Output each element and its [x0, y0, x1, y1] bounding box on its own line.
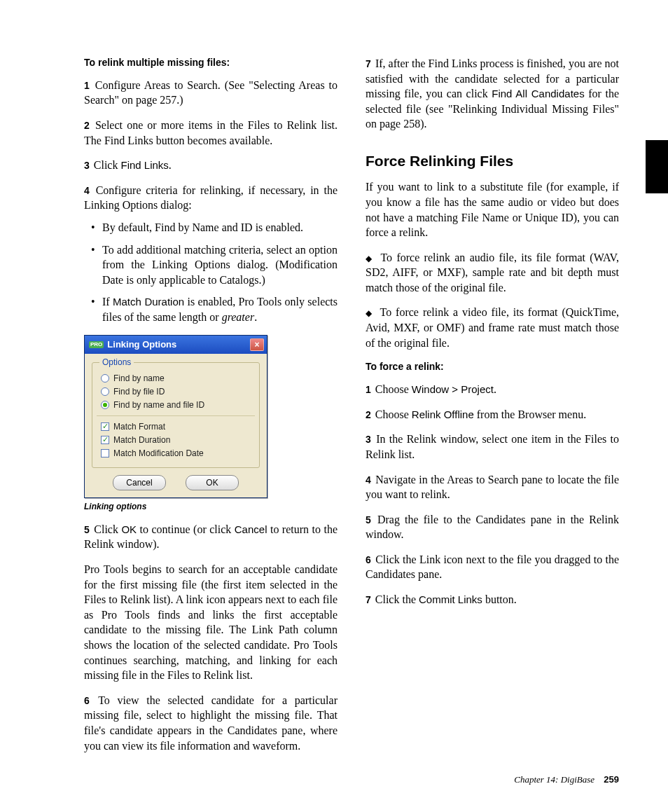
step-text: To view the selected candidate for a par…	[84, 694, 338, 752]
step-text: .	[169, 159, 172, 171]
radio-find-by-name[interactable]: Find by name	[101, 373, 251, 383]
dialog-titlebar: PRO Linking Options ×	[85, 336, 267, 354]
step-text: Drag the file to the Candidates pane in …	[366, 514, 619, 541]
app-icon: PRO	[89, 341, 104, 348]
ui-label: Commit Links	[419, 593, 482, 605]
step-4: 4 Configure criteria for relinking, if n…	[84, 183, 338, 213]
dialog-title: Linking Options	[107, 339, 176, 350]
ui-label: Relink Offline	[412, 408, 474, 420]
procedure-heading: To relink multiple missing files:	[84, 56, 338, 69]
step-number: 3	[84, 160, 90, 171]
page-footer: Chapter 14: DigiBase 259	[514, 774, 619, 785]
force-step-4: 4 Navigate in the Areas to Search pane t…	[366, 472, 619, 502]
group-legend: Options	[99, 357, 134, 367]
diamond-icon: ◆	[366, 308, 373, 318]
step-number: 4	[366, 474, 371, 486]
ui-label: Window > Project	[412, 383, 494, 395]
radio-find-by-name-and-id[interactable]: Find by name and file ID	[101, 400, 251, 410]
step-number: 5	[84, 524, 90, 535]
step-number: 1	[84, 80, 90, 91]
page-number: 259	[604, 774, 619, 785]
step-number: 1	[366, 384, 371, 395]
radio-label: Find by file ID	[113, 387, 165, 397]
step-1: 1 Configure Areas to Search. (See "Selec…	[84, 78, 338, 108]
force-step-7: 7 Click the Commit Links button.	[366, 592, 619, 607]
dialog-figure: PRO Linking Options × Options Find by na…	[84, 335, 338, 512]
text-columns: To relink multiple missing files: 1 Conf…	[84, 56, 619, 757]
cancel-button[interactable]: Cancel	[113, 475, 166, 490]
step-2: 2 Select one or more items in the Files …	[84, 118, 338, 148]
ok-button[interactable]: OK	[186, 475, 239, 490]
checkbox-label: Match Duration	[113, 435, 170, 445]
diamond-bullet: ◆ To force relink a video file, its form…	[366, 305, 619, 350]
step-6: 6 To view the selected candidate for a p…	[84, 693, 338, 753]
check-match-modification-date[interactable]: Match Modification Date	[101, 448, 251, 458]
force-step-6: 6 Click the Link icon next to the file y…	[366, 552, 619, 582]
step-number: 2	[84, 120, 90, 131]
force-step-5: 5 Drag the file to the Candidates pane i…	[366, 512, 619, 542]
diamond-bullet: ◆ To force relink an audio file, its fil…	[366, 250, 619, 296]
figure-caption: Linking options	[84, 501, 338, 512]
thumb-tab	[646, 140, 668, 193]
step-text: Configure criteria for relinking, if nec…	[84, 184, 338, 212]
divider	[97, 415, 255, 416]
close-icon[interactable]: ×	[250, 338, 264, 351]
step-text: Click the Link icon next to the file you…	[366, 553, 619, 581]
radio-icon	[101, 387, 109, 396]
ui-label: Match Duration	[113, 296, 184, 308]
ui-label: OK	[121, 523, 137, 535]
radio-label: Find by name and file ID	[113, 400, 204, 410]
checkbox-label: Match Format	[113, 422, 165, 432]
list-item: To add additional matching criteria, sel…	[102, 242, 338, 288]
options-group: Options Find by name Find by file ID Fin…	[92, 362, 260, 468]
step-number: 6	[84, 695, 90, 706]
step-number: 5	[366, 514, 371, 525]
step-number: 2	[366, 409, 371, 420]
checkbox-icon: ✓	[101, 436, 109, 444]
dialog-body: Options Find by name Find by file ID Fin…	[85, 354, 267, 497]
ui-label: Cancel	[235, 523, 267, 535]
body-paragraph: Pro Tools begins to search for an accept…	[84, 562, 338, 683]
force-step-3: 3 In the Relink window, select one item …	[366, 432, 619, 462]
dialog-buttons: Cancel OK	[92, 475, 260, 490]
step-text: Click	[94, 159, 121, 171]
step-number: 4	[84, 185, 90, 196]
force-step-2: 2 Choose Relink Offline from the Browser…	[366, 407, 619, 422]
step-text: Configure Areas to Search. (See "Selecti…	[84, 79, 338, 106]
checkbox-icon: ✓	[101, 422, 109, 431]
check-match-duration[interactable]: ✓ Match Duration	[101, 435, 251, 445]
step-number: 7	[366, 58, 371, 69]
check-match-format[interactable]: ✓ Match Format	[101, 422, 251, 432]
radio-icon	[101, 401, 109, 409]
step-number: 6	[366, 554, 371, 565]
list-item: If Match Duration is enabled, Pro Tools …	[102, 294, 338, 324]
radio-find-by-file-id[interactable]: Find by file ID	[101, 387, 251, 397]
step-3: 3 Click Find Links.	[84, 158, 338, 173]
radio-icon	[101, 374, 109, 383]
step-7: 7 If, after the Find Links process is fi…	[366, 56, 619, 132]
step-text: Navigate in the Areas to Search pane to …	[366, 474, 619, 501]
ui-label: Find All Candidates	[492, 88, 584, 99]
step-number: 7	[366, 594, 371, 605]
checkbox-icon	[101, 449, 109, 457]
procedure-heading: To force a relink:	[366, 360, 619, 373]
page: To relink multiple missing files: 1 Conf…	[0, 0, 668, 812]
force-step-1: 1 Choose Window > Project.	[366, 382, 619, 397]
step-text: Select one or more items in the Files to…	[84, 119, 338, 146]
step-5: 5 Click OK to continue (or click Cancel …	[84, 522, 338, 552]
checkbox-label: Match Modification Date	[113, 448, 204, 458]
diamond-icon: ◆	[366, 254, 373, 263]
chapter-label: Chapter 14: DigiBase	[514, 774, 594, 785]
step-text: In the Relink window, select one item in…	[366, 433, 619, 460]
step-number: 3	[366, 434, 371, 445]
linking-options-dialog: PRO Linking Options × Options Find by na…	[84, 335, 267, 498]
emphasis: greater	[222, 311, 255, 323]
section-heading: Force Relinking Files	[366, 151, 619, 171]
body-paragraph: If you want to link to a substitute file…	[366, 179, 619, 240]
list-item: By default, Find by Name and ID is enabl…	[102, 220, 338, 235]
radio-label: Find by name	[113, 373, 165, 383]
ui-label: Find Links	[120, 159, 168, 171]
bullet-list: By default, Find by Name and ID is enabl…	[84, 220, 338, 325]
